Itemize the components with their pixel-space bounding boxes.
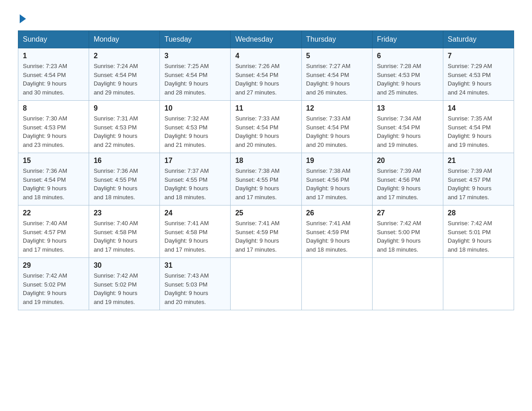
calendar-day-cell: 25Sunrise: 7:41 AMSunset: 4:59 PMDayligh…	[231, 206, 301, 258]
day-info: Sunrise: 7:24 AMSunset: 4:54 PMDaylight:…	[94, 62, 155, 97]
day-info: Sunrise: 7:26 AMSunset: 4:54 PMDaylight:…	[235, 62, 296, 97]
day-number: 9	[94, 104, 155, 112]
calendar-day-cell: 13Sunrise: 7:34 AMSunset: 4:54 PMDayligh…	[372, 101, 443, 153]
calendar-day-cell: 28Sunrise: 7:42 AMSunset: 5:01 PMDayligh…	[443, 206, 514, 258]
calendar-day-cell: 1Sunrise: 7:23 AMSunset: 4:54 PMDaylight…	[18, 48, 89, 101]
day-info: Sunrise: 7:40 AMSunset: 4:58 PMDaylight:…	[94, 219, 155, 254]
day-number: 25	[235, 209, 296, 217]
calendar-day-cell: 8Sunrise: 7:30 AMSunset: 4:53 PMDaylight…	[18, 101, 89, 153]
calendar-day-cell: 4Sunrise: 7:26 AMSunset: 4:54 PMDaylight…	[231, 48, 301, 101]
logo-top	[18, 13, 26, 23]
calendar-day-cell: 5Sunrise: 7:27 AMSunset: 4:54 PMDaylight…	[301, 48, 372, 101]
day-number: 22	[23, 209, 84, 217]
calendar-day-cell: 29Sunrise: 7:42 AMSunset: 5:02 PMDayligh…	[18, 258, 89, 310]
logo	[18, 13, 26, 21]
calendar-day-cell	[301, 258, 372, 310]
day-info: Sunrise: 7:42 AMSunset: 5:00 PMDaylight:…	[377, 219, 438, 254]
day-info: Sunrise: 7:33 AMSunset: 4:54 PMDaylight:…	[306, 114, 368, 149]
weekday-header-cell: Saturday	[443, 31, 514, 48]
day-info: Sunrise: 7:31 AMSunset: 4:53 PMDaylight:…	[94, 114, 155, 149]
calendar-day-cell: 7Sunrise: 7:29 AMSunset: 4:53 PMDaylight…	[443, 48, 514, 101]
calendar-day-cell: 2Sunrise: 7:24 AMSunset: 4:54 PMDaylight…	[89, 48, 160, 101]
day-number: 4	[235, 52, 296, 60]
day-number: 7	[448, 52, 509, 60]
calendar-week-row: 1Sunrise: 7:23 AMSunset: 4:54 PMDaylight…	[18, 48, 514, 101]
day-number: 18	[235, 157, 296, 165]
day-info: Sunrise: 7:34 AMSunset: 4:54 PMDaylight:…	[377, 114, 438, 149]
day-number: 3	[164, 52, 226, 60]
logo-arrow-icon	[20, 14, 26, 23]
day-number: 27	[377, 209, 438, 217]
day-info: Sunrise: 7:32 AMSunset: 4:53 PMDaylight:…	[164, 114, 226, 149]
day-info: Sunrise: 7:25 AMSunset: 4:54 PMDaylight:…	[164, 62, 226, 97]
day-number: 21	[448, 157, 509, 165]
day-number: 8	[23, 104, 84, 112]
calendar-day-cell	[443, 258, 514, 310]
calendar-day-cell: 20Sunrise: 7:39 AMSunset: 4:56 PMDayligh…	[372, 153, 443, 206]
weekday-header-cell: Tuesday	[160, 31, 231, 48]
day-info: Sunrise: 7:36 AMSunset: 4:54 PMDaylight:…	[23, 167, 84, 201]
day-number: 23	[94, 209, 155, 217]
day-info: Sunrise: 7:39 AMSunset: 4:57 PMDaylight:…	[448, 167, 509, 201]
calendar-table: SundayMondayTuesdayWednesdayThursdayFrid…	[18, 30, 514, 310]
day-number: 14	[448, 104, 509, 112]
day-info: Sunrise: 7:38 AMSunset: 4:56 PMDaylight:…	[306, 167, 368, 201]
calendar-day-cell: 3Sunrise: 7:25 AMSunset: 4:54 PMDaylight…	[160, 48, 231, 101]
day-info: Sunrise: 7:42 AMSunset: 5:01 PMDaylight:…	[448, 219, 509, 254]
day-number: 16	[94, 157, 155, 165]
day-number: 19	[306, 157, 368, 165]
day-info: Sunrise: 7:41 AMSunset: 4:59 PMDaylight:…	[235, 219, 296, 254]
calendar-day-cell: 16Sunrise: 7:36 AMSunset: 4:55 PMDayligh…	[89, 153, 160, 206]
calendar-day-cell: 12Sunrise: 7:33 AMSunset: 4:54 PMDayligh…	[301, 101, 372, 153]
day-number: 10	[164, 104, 226, 112]
calendar-day-cell: 27Sunrise: 7:42 AMSunset: 5:00 PMDayligh…	[372, 206, 443, 258]
calendar-day-cell: 31Sunrise: 7:43 AMSunset: 5:03 PMDayligh…	[160, 258, 231, 310]
calendar-day-cell	[231, 258, 301, 310]
weekday-header-cell: Monday	[89, 31, 160, 48]
calendar-week-row: 22Sunrise: 7:40 AMSunset: 4:57 PMDayligh…	[18, 206, 514, 258]
calendar-day-cell: 19Sunrise: 7:38 AMSunset: 4:56 PMDayligh…	[301, 153, 372, 206]
day-number: 28	[448, 209, 509, 217]
calendar-day-cell: 22Sunrise: 7:40 AMSunset: 4:57 PMDayligh…	[18, 206, 89, 258]
weekday-header-row: SundayMondayTuesdayWednesdayThursdayFrid…	[18, 31, 514, 48]
calendar-day-cell: 24Sunrise: 7:41 AMSunset: 4:58 PMDayligh…	[160, 206, 231, 258]
day-info: Sunrise: 7:43 AMSunset: 5:03 PMDaylight:…	[164, 271, 226, 306]
day-number: 17	[164, 157, 226, 165]
weekday-header-cell: Thursday	[301, 31, 372, 48]
day-number: 31	[164, 261, 226, 270]
day-info: Sunrise: 7:42 AMSunset: 5:02 PMDaylight:…	[94, 271, 155, 306]
day-number: 11	[235, 104, 296, 112]
calendar-day-cell: 14Sunrise: 7:35 AMSunset: 4:54 PMDayligh…	[443, 101, 514, 153]
day-number: 1	[23, 52, 84, 60]
calendar-week-row: 15Sunrise: 7:36 AMSunset: 4:54 PMDayligh…	[18, 153, 514, 206]
day-info: Sunrise: 7:35 AMSunset: 4:54 PMDaylight:…	[448, 114, 509, 149]
day-info: Sunrise: 7:28 AMSunset: 4:53 PMDaylight:…	[377, 62, 438, 97]
day-info: Sunrise: 7:38 AMSunset: 4:55 PMDaylight:…	[235, 167, 296, 201]
day-number: 2	[94, 52, 155, 60]
calendar-day-cell: 21Sunrise: 7:39 AMSunset: 4:57 PMDayligh…	[443, 153, 514, 206]
day-info: Sunrise: 7:23 AMSunset: 4:54 PMDaylight:…	[23, 62, 84, 97]
day-info: Sunrise: 7:37 AMSunset: 4:55 PMDaylight:…	[164, 167, 226, 201]
day-number: 24	[164, 209, 226, 217]
day-info: Sunrise: 7:41 AMSunset: 4:58 PMDaylight:…	[164, 219, 226, 254]
day-info: Sunrise: 7:42 AMSunset: 5:02 PMDaylight:…	[23, 271, 84, 306]
day-info: Sunrise: 7:27 AMSunset: 4:54 PMDaylight:…	[306, 62, 368, 97]
day-number: 26	[306, 209, 368, 217]
day-info: Sunrise: 7:33 AMSunset: 4:54 PMDaylight:…	[235, 114, 296, 149]
calendar-day-cell: 15Sunrise: 7:36 AMSunset: 4:54 PMDayligh…	[18, 153, 89, 206]
calendar-day-cell	[372, 258, 443, 310]
calendar-body: 1Sunrise: 7:23 AMSunset: 4:54 PMDaylight…	[18, 48, 514, 310]
day-info: Sunrise: 7:36 AMSunset: 4:55 PMDaylight:…	[94, 167, 155, 201]
calendar-day-cell: 17Sunrise: 7:37 AMSunset: 4:55 PMDayligh…	[160, 153, 231, 206]
calendar-week-row: 8Sunrise: 7:30 AMSunset: 4:53 PMDaylight…	[18, 101, 514, 153]
calendar-day-cell: 30Sunrise: 7:42 AMSunset: 5:02 PMDayligh…	[89, 258, 160, 310]
weekday-header-cell: Friday	[372, 31, 443, 48]
page-header	[18, 13, 514, 21]
weekday-header-cell: Sunday	[18, 31, 89, 48]
weekday-header-cell: Wednesday	[231, 31, 301, 48]
calendar-day-cell: 11Sunrise: 7:33 AMSunset: 4:54 PMDayligh…	[231, 101, 301, 153]
day-number: 6	[377, 52, 438, 60]
calendar-day-cell: 18Sunrise: 7:38 AMSunset: 4:55 PMDayligh…	[231, 153, 301, 206]
day-info: Sunrise: 7:30 AMSunset: 4:53 PMDaylight:…	[23, 114, 84, 149]
calendar-week-row: 29Sunrise: 7:42 AMSunset: 5:02 PMDayligh…	[18, 258, 514, 310]
